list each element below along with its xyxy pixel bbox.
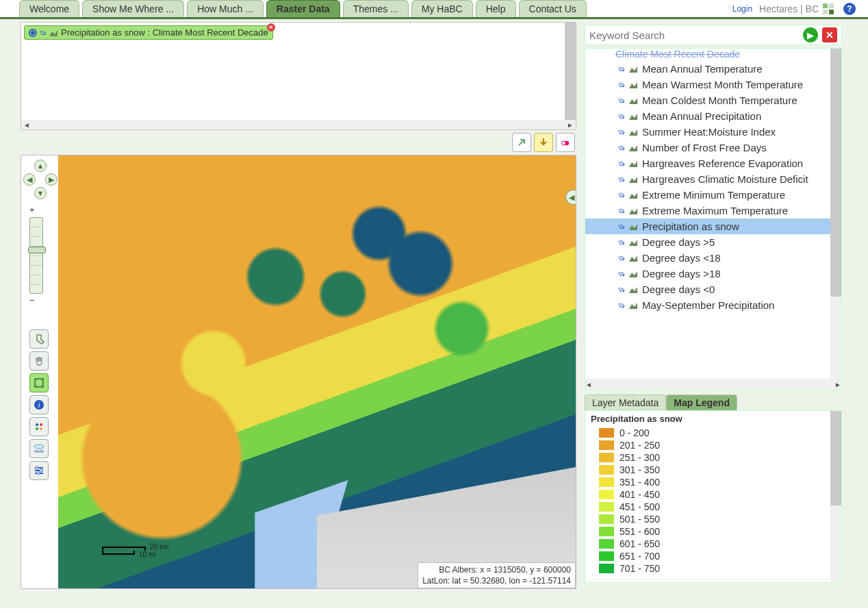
permalink-button[interactable]: [512, 133, 531, 152]
help-icon[interactable]: ?: [843, 3, 856, 15]
svg-rect-5: [562, 141, 565, 145]
zoom-in-button[interactable]: +: [29, 205, 43, 216]
tree-vscrollbar[interactable]: [830, 49, 841, 379]
download-button[interactable]: [534, 133, 553, 152]
raster-icon: [628, 81, 638, 89]
legend-range-label: 601 - 650: [620, 538, 660, 549]
tree-item[interactable]: ¹2₃Mean Annual Precipitation: [585, 108, 830, 124]
detail-tab[interactable]: Map Legend: [666, 395, 737, 410]
login-link[interactable]: Login: [732, 4, 752, 14]
raster-icon: [628, 65, 638, 73]
legend-vscrollbar[interactable]: [830, 411, 841, 582]
svg-text:i: i: [38, 401, 40, 409]
tree-item-label: Number of Frost Free Days: [642, 142, 767, 153]
zoom-track[interactable]: [29, 217, 43, 294]
legend-row: 501 - 550: [591, 513, 825, 525]
tree-item[interactable]: ¹2₃Extreme Maximum Temperature: [585, 203, 830, 218]
tree-item[interactable]: ¹2₃Degree days >18: [585, 266, 830, 282]
nav-tab[interactable]: Show Me Where ...: [82, 0, 184, 17]
legend-swatch: [599, 465, 614, 475]
pan-hand-tool[interactable]: [29, 351, 49, 371]
legend-range-label: 251 - 300: [620, 452, 660, 463]
tree-hscrollbar[interactable]: ◄►: [585, 379, 841, 390]
tree-item[interactable]: ¹2₃Hargreaves Climatic Moisture Deficit: [585, 171, 830, 187]
nav-tab[interactable]: Contact Us: [519, 0, 587, 17]
raster-icon: [628, 254, 638, 262]
nav-tab[interactable]: Help: [476, 0, 516, 17]
raster-icon: [49, 29, 58, 37]
legend-swatch: [599, 502, 614, 512]
tree-item[interactable]: ¹2₃Degree days <0: [585, 282, 830, 297]
layer-tree-panel: Climate Most Recent Decade ¹2₃Mean Annua…: [585, 48, 842, 390]
svg-text:WMS: WMS: [34, 449, 44, 453]
tree-item[interactable]: ¹2₃Mean Annual Temperature: [585, 61, 830, 77]
numeric-type-icon: ¹2₃: [618, 129, 624, 136]
tree-item-label: Mean Warmest Month Temperature: [642, 79, 803, 90]
keyword-search-input[interactable]: [589, 29, 799, 41]
legend-range-label: 0 - 200: [620, 427, 650, 438]
search-clear-button[interactable]: ✕: [822, 27, 837, 42]
nav-tab[interactable]: How Much ...: [187, 0, 264, 17]
radio-icon[interactable]: [29, 29, 37, 37]
nav-tab[interactable]: My HaBC: [411, 0, 473, 17]
tree-item[interactable]: ¹2₃Summer Heat:Moisture Index: [585, 124, 830, 140]
tree-item[interactable]: ¹2₃Mean Warmest Month Temperature: [585, 77, 830, 92]
identify-tool[interactable]: i: [29, 395, 49, 414]
selection-hscrollbar[interactable]: ◄►: [21, 120, 576, 129]
selection-vscrollbar[interactable]: [565, 23, 576, 120]
legend-range-label: 201 - 250: [620, 440, 660, 451]
zoom-handle[interactable]: [28, 247, 46, 253]
legend-range-label: 301 - 350: [620, 464, 660, 475]
tree-item[interactable]: ¹2₃Hargreaves Reference Evaporation: [585, 155, 830, 171]
sock-tool[interactable]: [29, 329, 49, 349]
tree-item[interactable]: ¹2₃Degree days <18: [585, 250, 830, 266]
legend-row: 251 - 300: [591, 451, 825, 464]
extent-tool[interactable]: [29, 373, 49, 392]
legend-row: 301 - 350: [591, 464, 825, 476]
tree-item[interactable]: ¹2₃Degree days >5: [585, 234, 830, 250]
nav-tab[interactable]: Raster Data: [266, 0, 340, 17]
pan-up-button[interactable]: ▲: [34, 160, 47, 172]
tree-item-label: Summer Heat:Moisture Index: [642, 126, 776, 138]
layer-selection-panel: ¹2₃ Precipitation as snow : Climate Most…: [21, 22, 576, 130]
legend-row: 651 - 700: [591, 550, 825, 562]
legend-row: 351 - 400: [591, 476, 825, 488]
brand-label: Hectares | BC: [759, 2, 835, 16]
cluster-tool[interactable]: [29, 417, 49, 436]
nav-tab[interactable]: Welcome: [19, 0, 79, 17]
pan-down-button[interactable]: ▼: [34, 187, 47, 199]
tree-item[interactable]: ¹2₃Mean Coldest Month Temperature: [585, 92, 830, 108]
pan-right-button[interactable]: ▶: [45, 173, 58, 186]
clear-button[interactable]: [556, 133, 575, 152]
legend-swatch: [599, 477, 614, 487]
legend-panel: Precipitation as snow 0 - 200201 - 25025…: [585, 410, 842, 583]
tree-parent-node[interactable]: Climate Most Recent Decade: [585, 49, 830, 61]
legend-row: 451 - 500: [591, 501, 825, 513]
tree-item[interactable]: ¹2₃Extreme Minimum Temperature: [585, 187, 830, 203]
settings-tool[interactable]: [29, 461, 49, 480]
tree-item[interactable]: ¹2₃Number of Frost Free Days: [585, 140, 830, 155]
nav-tab[interactable]: Themes ...: [343, 0, 409, 17]
brand-logo-icon: [821, 2, 835, 16]
tree-item-label: May-September Precipitation: [642, 299, 774, 311]
numeric-type-icon: ¹2₃: [618, 192, 624, 199]
zoom-out-button[interactable]: −: [29, 295, 43, 306]
tree-item-label: Degree days <18: [642, 252, 721, 264]
map-canvas[interactable]: ◀ 20 km 10 mi BC Albers: x = 1315050, y …: [58, 155, 576, 588]
tree-item[interactable]: ¹2₃May-September Precipitation: [585, 297, 830, 313]
svg-point-12: [40, 427, 42, 430]
selected-layer-chip[interactable]: ¹2₃ Precipitation as snow : Climate Most…: [24, 25, 273, 40]
tree-item-label: Degree days <0: [642, 284, 715, 295]
svg-point-10: [40, 423, 42, 426]
wms-tool[interactable]: WMS: [29, 439, 49, 458]
pan-left-button[interactable]: ◀: [23, 173, 36, 186]
zoom-slider: + −: [29, 205, 43, 308]
legend-swatch: [599, 453, 614, 462]
tree-item[interactable]: ¹2₃Precipitation as snow: [585, 218, 830, 234]
numeric-type-icon: ¹2₃: [618, 97, 624, 104]
remove-layer-icon[interactable]: ✕: [267, 23, 275, 32]
svg-rect-0: [823, 3, 828, 8]
detail-tab[interactable]: Layer Metadata: [585, 395, 666, 410]
panel-collapse-icon[interactable]: ◀: [565, 190, 576, 205]
search-go-button[interactable]: ▶: [803, 27, 818, 42]
